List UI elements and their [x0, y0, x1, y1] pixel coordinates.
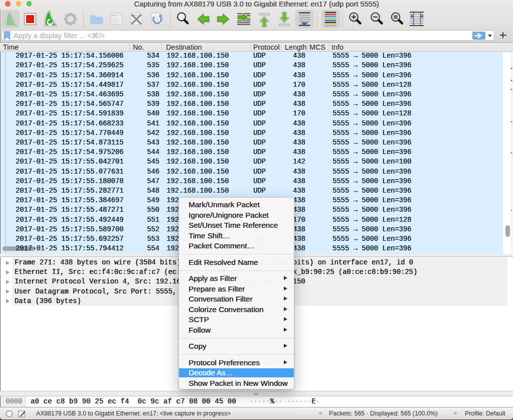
svg-text:01101: 01101 [112, 23, 119, 25]
